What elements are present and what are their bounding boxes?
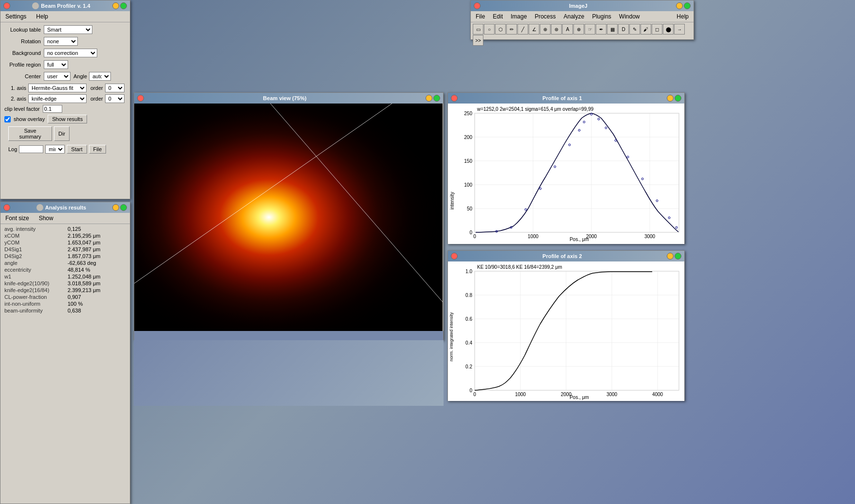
profile-region-row: Profile region fullcustom [4, 60, 126, 69]
show-overlay-label: show overlay [14, 116, 45, 122]
dir-button[interactable]: Dir [54, 126, 70, 141]
svg-text:50: 50 [467, 206, 473, 211]
rubber-btn[interactable]: ◻ [652, 24, 662, 35]
axis2-fit-select[interactable]: knife-edgeGauss fit [28, 94, 87, 103]
arrow-btn[interactable]: → [674, 24, 685, 35]
axis2-order-select[interactable]: 01 [105, 94, 125, 103]
brush-btn[interactable]: 🖌 [641, 24, 651, 35]
profile2-min-btn[interactable] [667, 253, 674, 260]
file-button[interactable]: File [89, 145, 107, 154]
analysis-min-btn[interactable] [112, 204, 119, 211]
axis2-label: 2. axis [4, 96, 26, 102]
lookup-table-select[interactable]: SmartFireGrays [44, 25, 92, 34]
center-select[interactable]: userauto [44, 72, 71, 81]
imagej-close-btn[interactable] [474, 2, 481, 9]
rotation-label: Rotation [4, 38, 41, 44]
line-tool-btn[interactable]: ╱ [517, 24, 528, 35]
imagej-toolbar: ▭ ○ ⬡ ✏ ╱ ∠ ⊕ ⊛ A ⊕ ☞ ✒ ▦ D ✎ 🖌 ◻ ⬤ → >> [471, 22, 694, 47]
edit-menu[interactable]: Edit [490, 12, 506, 21]
svg-text:w=1252,0  2w=2504,1  sigma=615: w=1252,0 2w=2504,1 sigma=615,4 μm overla… [477, 106, 594, 112]
beam-profiler-menubar: Settings Help [0, 11, 130, 22]
svg-text:Pos., μm: Pos., μm [570, 395, 589, 400]
help-imagej-menu[interactable]: Help [674, 12, 692, 21]
beam-view-close-btn[interactable] [137, 95, 144, 102]
save-summary-button[interactable]: Save summary [8, 126, 52, 141]
window-menu[interactable]: Window [616, 12, 643, 21]
profile2-max-btn[interactable] [675, 253, 681, 260]
profile1-min-btn[interactable] [667, 95, 674, 102]
profile1-close-btn[interactable] [451, 95, 458, 102]
svg-text:2000: 2000 [586, 234, 597, 239]
clip-level-row: clip level factor [4, 105, 126, 113]
rect-tool-btn[interactable]: ▭ [473, 24, 483, 35]
angle-select[interactable]: auto045 [89, 72, 111, 81]
hand-tool-btn[interactable]: ☞ [585, 24, 595, 35]
axis2-order-label: order [90, 96, 103, 102]
area-btn[interactable]: ▦ [607, 24, 618, 35]
angle-label: Angle [73, 73, 87, 79]
list-item: D4Sig12.437,987 μm [4, 246, 126, 252]
svg-text:0: 0 [473, 392, 476, 397]
list-item: D4Sig21.857,073 μm [4, 253, 126, 259]
start-button[interactable]: Start [67, 145, 87, 154]
log-min-select[interactable]: minmax [45, 145, 65, 154]
analyze-menu[interactable]: Analyze [561, 12, 588, 21]
profile2-close-btn[interactable] [451, 253, 458, 260]
beam-profiler-titlebar: Beam Profiler v. 1.4 [0, 0, 130, 11]
log-input[interactable] [19, 145, 43, 153]
axis1-label: 1. axis [4, 85, 26, 91]
help-menu[interactable]: Help [33, 12, 51, 21]
svg-rect-45 [475, 271, 679, 390]
min-btn[interactable] [112, 2, 119, 9]
profile1-max-btn[interactable] [675, 95, 681, 102]
extra-btn[interactable]: >> [473, 35, 483, 46]
analysis-max-btn[interactable] [120, 204, 127, 211]
log-label: Log [8, 146, 17, 152]
overlay-row: show overlay Show results [4, 115, 126, 123]
clip-level-input[interactable] [43, 105, 62, 113]
axis1-fit-select[interactable]: Hermite-Gauss fitGauss fit [28, 84, 87, 92]
text-tool-btn[interactable]: A [562, 24, 573, 35]
pencil-btn[interactable]: ✎ [629, 24, 640, 35]
beam-view-max-btn[interactable] [433, 95, 440, 102]
beam-profiler-title: Beam Profiler v. 1.4 [41, 3, 90, 9]
file-menu[interactable]: File [473, 12, 488, 21]
show-overlay-checkbox[interactable] [4, 116, 11, 122]
point-tool-btn[interactable]: ⊕ [540, 24, 551, 35]
imagej-min-btn[interactable] [676, 2, 683, 9]
color-picker-btn[interactable]: ✒ [596, 24, 606, 35]
fill-btn[interactable]: ⬤ [663, 24, 674, 35]
wand-tool-btn[interactable]: ⊛ [551, 24, 562, 35]
profile2-window: Profile of axis 2 KE 10/90=3018,6 KE 16/… [447, 250, 685, 401]
profile2-chart: KE 10/90=3018,6 KE 16/84=2399,2 μm norm.… [448, 261, 684, 401]
max-btn[interactable] [120, 2, 127, 9]
settings-menu[interactable]: Settings [2, 12, 29, 21]
zoom-tool-btn[interactable]: ⊕ [573, 24, 584, 35]
imagej-max-btn[interactable] [684, 2, 691, 9]
show-menu[interactable]: Show [36, 214, 56, 223]
poly-tool-btn[interactable]: ⬡ [495, 24, 506, 35]
rotation-select[interactable]: none90180 [44, 37, 78, 46]
analysis-menubar: Font size Show [0, 213, 130, 224]
center-label: Center [4, 73, 41, 79]
beam-view-titlebar: Beam view (75%) [134, 93, 443, 104]
axis1-order-select[interactable]: 012 [105, 84, 125, 92]
freehand-tool-btn[interactable]: ✏ [506, 24, 517, 35]
plugins-menu[interactable]: Plugins [589, 12, 614, 21]
axis1-order-label: order [90, 85, 103, 91]
analysis-close-btn[interactable] [3, 204, 10, 211]
close-btn[interactable] [3, 2, 10, 9]
font-size-menu[interactable]: Font size [2, 214, 32, 223]
dev-btn[interactable]: D [618, 24, 629, 35]
beam-view-window: Beam view (75%) [134, 92, 444, 340]
list-item: xCOM2.195,295 μm [4, 233, 126, 239]
profile-region-select[interactable]: fullcustom [44, 60, 68, 69]
beam-view-min-btn[interactable] [426, 95, 432, 102]
svg-text:norm. integrated intensity: norm. integrated intensity [449, 312, 454, 362]
image-menu[interactable]: Image [508, 12, 530, 21]
process-menu[interactable]: Process [532, 12, 558, 21]
show-results-button[interactable]: Show results [48, 115, 87, 123]
oval-tool-btn[interactable]: ○ [484, 24, 495, 35]
background-select[interactable]: no correctionconstant [44, 49, 97, 57]
angle-tool-btn[interactable]: ∠ [529, 24, 539, 35]
